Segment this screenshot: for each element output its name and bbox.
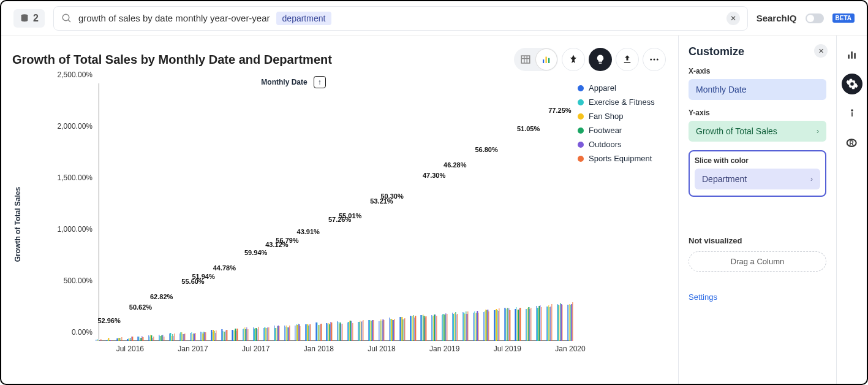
bar (300, 326, 300, 341)
bar-cluster[interactable] (127, 337, 133, 341)
bar-cluster[interactable] (347, 321, 353, 341)
legend-item[interactable]: Outdoors (578, 140, 678, 149)
bar-cluster[interactable] (159, 335, 164, 341)
bar (499, 308, 500, 341)
bar-cluster[interactable] (200, 332, 206, 341)
bar-cluster[interactable] (536, 305, 542, 341)
bar-cluster[interactable] (96, 339, 101, 341)
close-customize-button[interactable]: ✕ (814, 44, 828, 58)
bar (331, 322, 332, 341)
bar-cluster[interactable] (263, 327, 269, 341)
xaxis-chip[interactable]: Monthly Date (689, 79, 826, 100)
legend-item[interactable]: Sports Equipment (578, 154, 678, 163)
bar-cluster[interactable] (442, 313, 447, 341)
bar-cluster[interactable] (379, 319, 384, 341)
bar-cluster[interactable] (546, 304, 552, 341)
rail-info-button[interactable] (842, 103, 862, 124)
chart-actions (514, 48, 666, 71)
bar-cluster[interactable] (222, 329, 227, 341)
bar-cluster[interactable] (473, 311, 478, 341)
search-token-department[interactable]: department (276, 12, 332, 25)
bar-cluster[interactable] (505, 308, 510, 341)
bar-cluster[interactable] (337, 321, 342, 341)
bar-cluster[interactable] (117, 337, 123, 341)
settings-link[interactable]: Settings (689, 292, 826, 302)
insight-button[interactable] (589, 48, 612, 71)
lightbulb-icon (595, 54, 606, 65)
chart-canvas[interactable]: Growth of Total Sales 0.00%500.00%1,000.… (12, 71, 574, 378)
bar-cluster[interactable] (179, 332, 185, 341)
drag-column-dropzone[interactable]: Drag a Column (689, 251, 826, 272)
bar-cluster[interactable] (567, 302, 573, 341)
rail-chart-type-button[interactable] (842, 44, 862, 65)
y-axis-line (99, 83, 99, 341)
bar-cluster[interactable] (358, 320, 363, 341)
search-bar[interactable]: growth of sales by date monthly year-ove… (53, 6, 748, 31)
bar-cluster[interactable] (232, 329, 238, 341)
bar-cluster[interactable] (148, 335, 154, 341)
yaxis-chip[interactable]: Growth of Total Sales › (689, 121, 826, 142)
bar-cluster[interactable] (515, 307, 521, 341)
bar (321, 324, 322, 341)
legend-item[interactable]: Footwear (578, 126, 678, 135)
x-tick: Jul 2018 (368, 345, 395, 353)
bar (363, 320, 363, 341)
legend-item[interactable]: Apparel (578, 83, 678, 93)
more-button[interactable] (643, 48, 666, 71)
bar-cluster[interactable] (368, 320, 374, 341)
bar-cluster[interactable] (274, 326, 279, 341)
data-source-badge[interactable]: 2 (13, 9, 45, 28)
bar-cluster[interactable] (462, 311, 468, 341)
legend-color-dot (578, 113, 584, 120)
bar (237, 329, 238, 341)
bar-cluster[interactable] (483, 310, 489, 341)
legend-item[interactable]: Fan Shop (578, 112, 678, 121)
bar-cluster[interactable] (410, 315, 416, 341)
search-icon (61, 13, 72, 24)
bar-cluster[interactable] (284, 326, 290, 341)
bar-cluster[interactable] (389, 318, 394, 341)
bar-cluster[interactable] (494, 308, 500, 341)
share-button[interactable] (616, 48, 639, 71)
data-source-count: 2 (33, 13, 39, 24)
bar-cluster[interactable] (138, 336, 143, 341)
chart-view-button[interactable] (536, 49, 557, 70)
bar (100, 339, 101, 341)
bar-cluster[interactable] (452, 312, 458, 341)
table-view-button[interactable] (515, 49, 536, 70)
not-visualized-label: Not visualized (689, 236, 826, 245)
clear-search-button[interactable]: ✕ (726, 12, 740, 25)
bar-cluster[interactable] (243, 327, 248, 341)
bar-cluster[interactable] (295, 324, 300, 341)
data-label: 43.91% (297, 228, 320, 235)
bar-cluster[interactable] (169, 333, 175, 341)
searchiq-toggle[interactable] (806, 13, 824, 23)
rail-r-button[interactable]: R (842, 132, 862, 153)
bar-cluster[interactable] (190, 332, 195, 341)
bar-cluster[interactable] (253, 327, 259, 341)
rail-settings-button[interactable] (842, 74, 862, 94)
bar-cluster[interactable] (557, 303, 562, 341)
data-label: 52.96% (97, 317, 120, 324)
bar-cluster[interactable] (326, 322, 332, 341)
data-label: 46.28% (443, 161, 466, 169)
bar (184, 334, 185, 341)
bar-cluster[interactable] (421, 314, 426, 341)
bar-cluster[interactable] (211, 330, 217, 341)
pin-button[interactable] (562, 48, 585, 71)
svg-rect-8 (546, 57, 547, 64)
customize-panel: ✕ Customize X-axis Monthly Date Y-axis G… (678, 36, 836, 384)
bar-cluster[interactable] (316, 322, 322, 341)
bar-cluster[interactable] (526, 307, 531, 341)
bar (311, 324, 311, 341)
bar-cluster[interactable] (400, 317, 406, 341)
legend-item[interactable]: Exercise & Fitness (578, 97, 678, 107)
bar-cluster[interactable] (106, 338, 111, 341)
bar (551, 304, 552, 341)
bar-cluster[interactable] (306, 324, 311, 341)
bar (467, 311, 468, 341)
slice-chip[interactable]: Department › (695, 169, 820, 189)
bar-cluster[interactable] (431, 314, 437, 341)
svg-rect-15 (854, 53, 856, 59)
bar (247, 329, 248, 341)
